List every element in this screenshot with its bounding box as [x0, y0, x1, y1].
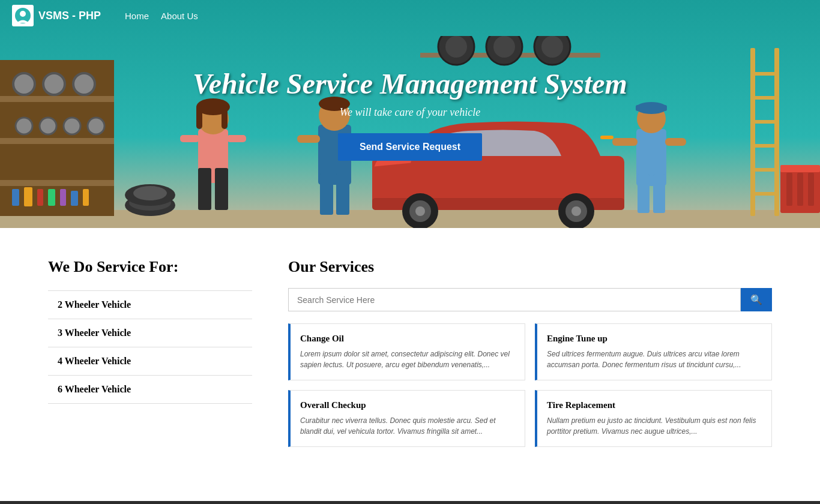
service-name: Overall Checkup	[300, 400, 515, 410]
send-service-request-button[interactable]: Send Service Request	[338, 133, 482, 161]
service-name: Tire Replacement	[547, 400, 762, 410]
search-input[interactable]	[288, 288, 741, 311]
vehicle-list-item[interactable]: 6 Wheeler Vehicle	[48, 376, 252, 404]
service-description: Curabitur nec viverra tellus. Donec quis…	[300, 415, 515, 437]
service-description: Lorem ipsum dolor sit amet, consectetur …	[300, 349, 515, 370]
hero-title: Vehicle Service Management System	[193, 67, 627, 100]
service-card-tire-replacement: Tire Replacement Nullam pretium eu justo…	[535, 390, 772, 447]
hero-section: Vehicle Service Management System We wil…	[0, 0, 820, 228]
vehicle-list-item[interactable]: 4 Wheeler Vehicle	[48, 347, 252, 376]
service-description: Nullam pretium eu justo ac tincidunt. Ve…	[547, 415, 762, 437]
search-button[interactable]: 🔍	[741, 288, 772, 311]
svg-point-1	[20, 11, 26, 17]
nav-logo	[12, 5, 34, 26]
hero-subtitle: We will take care of your vehicle	[193, 106, 627, 119]
service-card-overall-checkup: Overall Checkup Curabitur nec viverra te…	[288, 390, 525, 447]
nav-home[interactable]: Home	[125, 11, 149, 21]
vehicle-list-item[interactable]: 2 Wheeler Vehicle	[48, 290, 252, 319]
service-card-change-oil: Change Oil Lorem ipsum dolor sit amet, c…	[288, 323, 525, 380]
search-icon: 🔍	[750, 295, 762, 305]
services-grid: Change Oil Lorem ipsum dolor sit amet, c…	[288, 323, 772, 447]
hero-content: Vehicle Service Management System We wil…	[193, 67, 627, 161]
vehicle-list-item[interactable]: 3 Wheeler Vehicle	[48, 319, 252, 347]
service-description: Sed ultrices fermentum augue. Duis ultri…	[547, 349, 762, 370]
service-name: Engine Tune up	[547, 334, 762, 344]
navbar: VSMS - PHP Home About Us	[0, 0, 820, 31]
service-name: Change Oil	[300, 334, 515, 344]
search-bar: 🔍	[288, 288, 772, 311]
left-section: We Do Service For: 2 Wheeler Vehicle 3 W…	[48, 258, 252, 447]
service-card-engine-tune: Engine Tune up Sed ultrices fermentum au…	[535, 323, 772, 380]
nav-about[interactable]: About Us	[161, 11, 198, 21]
services-title: Our Services	[288, 258, 772, 276]
main-content: We Do Service For: 2 Wheeler Vehicle 3 W…	[0, 228, 820, 477]
brand-name: VSMS - PHP	[38, 10, 101, 22]
right-section: Our Services 🔍 Change Oil Lorem ipsum do…	[288, 258, 772, 447]
footer: Copyright © VSMS - PHP 2021 Developed By…	[0, 501, 820, 504]
nav-links: Home About Us	[125, 11, 198, 21]
left-section-title: We Do Service For:	[48, 258, 252, 276]
vehicle-list: 2 Wheeler Vehicle 3 Wheeler Vehicle 4 Wh…	[48, 290, 252, 404]
nav-brand: VSMS - PHP	[12, 5, 101, 26]
